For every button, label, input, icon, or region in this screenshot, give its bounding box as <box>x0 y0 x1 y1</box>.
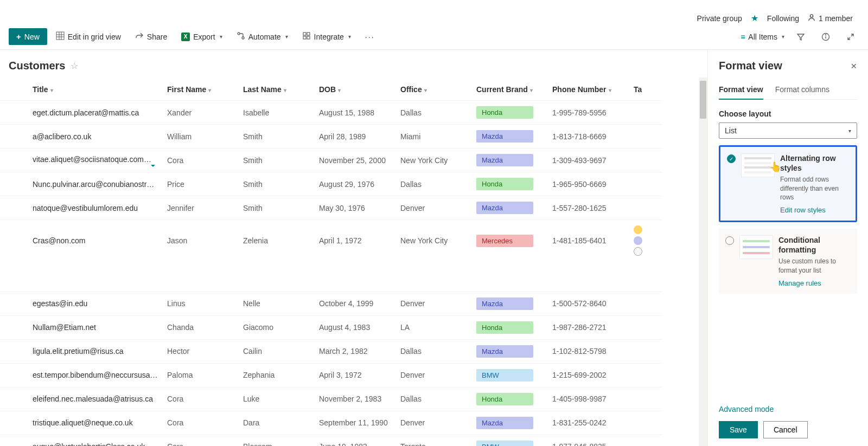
brand-pill: Honda <box>476 393 533 405</box>
cell-phone: 1-557-280-1625 <box>548 196 629 220</box>
col-header-phone[interactable]: Phone Number▾ <box>548 77 629 101</box>
option-title: Conditional formatting <box>778 235 851 255</box>
cell-title[interactable]: Nunc.pulvinar.arcu@conubianostraper.edu <box>0 172 163 196</box>
cell-brand: Mazda <box>472 125 548 148</box>
cell-firstname: Xander <box>163 101 239 125</box>
table-row[interactable]: vitae.aliquet@sociisnatoque.com…CoraSmit… <box>0 148 662 172</box>
table-row[interactable]: tristique.aliquet@neque.co.ukCoraDaraSep… <box>0 411 662 435</box>
cell-office: LA <box>396 315 472 339</box>
member-count[interactable]: 1 member <box>808 14 853 23</box>
cell-title[interactable]: vitae.aliquet@sociisnatoque.com… <box>0 148 163 172</box>
tab-format-columns[interactable]: Format columns <box>775 81 829 99</box>
option-conditional-formatting[interactable]: Conditional formatting Use custom rules … <box>719 229 857 294</box>
table-row[interactable]: est.tempor.bibendum@neccursusa.comPaloma… <box>0 363 662 387</box>
cell-firstname: Cora <box>163 411 239 435</box>
cell-lastname: Cailin <box>239 339 315 363</box>
svg-point-6 <box>238 33 240 35</box>
cell-office: Dallas <box>396 101 472 125</box>
col-header-ta[interactable]: Ta <box>629 77 662 101</box>
cell-ta <box>629 387 662 411</box>
cell-title[interactable]: a@aclibero.co.uk <box>0 125 163 148</box>
new-button[interactable]: + New <box>9 28 47 45</box>
cell-title[interactable]: egestas@in.edu <box>0 292 163 315</box>
cell-title[interactable]: tristique.aliquet@neque.co.uk <box>0 411 163 435</box>
view-switcher[interactable]: ≡ All Items ▾ <box>741 33 784 41</box>
cell-phone: 1-995-789-5956 <box>548 101 629 125</box>
close-icon[interactable]: ✕ <box>851 62 857 70</box>
table-row[interactable]: egestas@in.eduLinusNelleOctober 4, 1999D… <box>0 292 662 315</box>
table-row[interactable]: augue@luctuslobortisClass.co.ukCoraBloss… <box>0 435 662 446</box>
cell-office: Denver <box>396 363 472 387</box>
cell-title[interactable]: ligula.elit.pretium@risus.ca <box>0 339 163 363</box>
cell-dob: May 30, 1976 <box>315 196 396 220</box>
tab-format-view[interactable]: Format view <box>719 81 763 99</box>
filter-button[interactable] <box>792 28 809 46</box>
cell-title[interactable]: natoque@vestibulumlorem.edu <box>0 196 163 220</box>
scrollbar[interactable] <box>699 77 707 446</box>
col-header-dob[interactable]: DOB▾ <box>315 77 396 101</box>
edit-grid-button[interactable]: Edit in grid view <box>50 28 126 45</box>
table-row[interactable]: natoque@vestibulumlorem.eduJenniferSmith… <box>0 196 662 220</box>
table-row[interactable]: eleifend.nec.malesuada@atrisus.caCoraLuk… <box>0 387 662 411</box>
col-header-firstname[interactable]: First Name▾ <box>163 77 239 101</box>
info-button[interactable] <box>817 28 834 46</box>
cancel-button[interactable]: Cancel <box>763 421 808 438</box>
cell-title[interactable]: est.tempor.bibendum@neccursusa.com <box>0 363 163 387</box>
share-icon <box>135 31 144 42</box>
cell-title[interactable]: Cras@non.com <box>0 220 163 262</box>
export-button[interactable]: X Export ▾ <box>176 29 227 44</box>
brand-pill: Mazda <box>476 417 533 429</box>
brand-pill: Mazda <box>476 202 533 214</box>
following-label[interactable]: Following <box>767 14 799 23</box>
expand-button[interactable] <box>842 28 859 46</box>
svg-rect-1 <box>56 32 64 40</box>
favorite-star-icon[interactable]: ☆ <box>71 61 78 71</box>
option-desc: Format odd rows differently than even ro… <box>780 175 849 202</box>
col-header-brand[interactable]: Current Brand▾ <box>472 77 548 101</box>
cell-title[interactable]: Nullam@Etiam.net <box>0 315 163 339</box>
col-header-office[interactable]: Office▾ <box>396 77 472 101</box>
table-row[interactable]: eget.dictum.placerat@mattis.caXanderIsab… <box>0 101 662 125</box>
cell-title[interactable]: augue@luctuslobortisClass.co.uk <box>0 435 163 446</box>
brand-pill: BMW <box>476 441 533 447</box>
cell-title[interactable]: eget.dictum.placerat@mattis.ca <box>0 101 163 125</box>
col-header-title[interactable]: Title▾ <box>0 77 163 101</box>
table-header-row: Title▾ First Name▾ Last Name▾ DOB▾ Offic… <box>0 77 662 101</box>
cell-ta <box>629 435 662 446</box>
cell-phone: 1-977-946-8825 <box>548 435 629 446</box>
table-row[interactable]: Cras@non.comJasonZeleniaApril 1, 1972New… <box>0 220 662 262</box>
list-table-container: Title▾ First Name▾ Last Name▾ DOB▾ Offic… <box>0 77 707 446</box>
table-row[interactable]: Nunc.pulvinar.arcu@conubianostraper.eduP… <box>0 172 662 196</box>
cell-ta <box>629 125 662 148</box>
cell-brand: Honda <box>472 172 548 196</box>
more-button[interactable]: ··· <box>360 29 380 44</box>
option-alternating-rows[interactable]: ✓ Alternating row styles Format odd rows… <box>719 145 857 222</box>
cell-ta <box>629 172 662 196</box>
cell-firstname: Cora <box>163 387 239 411</box>
automate-button[interactable]: Automate ▾ <box>231 28 293 45</box>
cell-office: Toronto <box>396 435 472 446</box>
col-header-lastname[interactable]: Last Name▾ <box>239 77 315 101</box>
cell-phone: 1-102-812-5798 <box>548 339 629 363</box>
manage-rules-link[interactable]: Manage rules <box>778 279 821 287</box>
integrate-button[interactable]: Integrate ▾ <box>297 28 356 45</box>
svg-point-0 <box>810 15 813 17</box>
cell-firstname: Jennifer <box>163 196 239 220</box>
share-button[interactable]: Share <box>130 28 173 45</box>
advanced-mode-link[interactable]: Advanced mode <box>719 405 774 413</box>
cell-firstname: Paloma <box>163 363 239 387</box>
table-row[interactable]: ligula.elit.pretium@risus.caHectorCailin… <box>0 339 662 363</box>
table-row[interactable]: a@aclibero.co.ukWilliamSmithApril 28, 19… <box>0 125 662 148</box>
table-row[interactable]: Nullam@Etiam.netChandaGiacomoAugust 4, 1… <box>0 315 662 339</box>
edit-row-styles-link[interactable]: Edit row styles <box>780 206 826 214</box>
save-button[interactable]: Save <box>719 421 758 438</box>
cell-phone: 1-481-185-6401 <box>548 220 629 262</box>
cell-lastname: Dara <box>239 411 315 435</box>
table-row[interactable] <box>0 261 662 292</box>
cell-dob: March 2, 1982 <box>315 339 396 363</box>
scroll-thumb[interactable] <box>700 81 706 119</box>
cell-title[interactable]: eleifend.nec.malesuada@atrisus.ca <box>0 387 163 411</box>
comment-icon[interactable]: … <box>148 156 160 165</box>
layout-select[interactable]: List ▾ <box>719 122 857 139</box>
cell-phone: 1-215-699-2002 <box>548 363 629 387</box>
